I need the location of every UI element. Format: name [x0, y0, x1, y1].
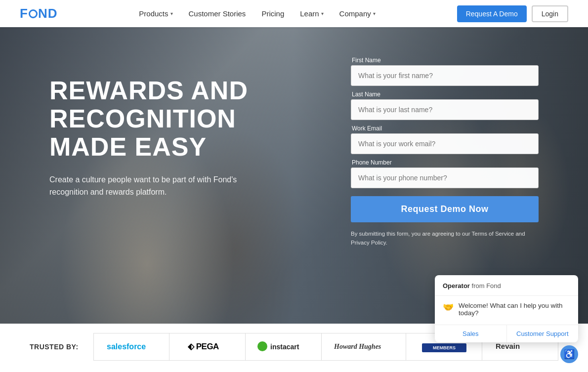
chat-message: Welcome! What can I help you with today? — [459, 302, 570, 317]
svg-text:salesforce: salesforce — [107, 342, 146, 351]
nav-learn[interactable]: Learn ▾ — [294, 5, 329, 22]
svg-text:Revain: Revain — [496, 342, 520, 350]
first-name-field: First Name — [351, 57, 539, 86]
nav-actions: Request A Demo Login — [457, 5, 568, 22]
hero-text: REWARDS AND RECOGNITION MADE EASY Create… — [49, 57, 321, 199]
svg-point-2 — [257, 341, 267, 351]
svg-text:instacart: instacart — [270, 343, 299, 351]
logo-howard-hughes: Howard Hughes — [322, 333, 406, 361]
chat-sales-tab[interactable]: Sales — [435, 325, 506, 342]
submit-demo-button[interactable]: Request Demo Now — [351, 196, 539, 222]
chat-body: 🤝 Welcome! What can I help you with toda… — [435, 296, 578, 325]
svg-text:⬖ PEGA: ⬖ PEGA — [187, 342, 219, 351]
accessibility-button[interactable]: ♿ — [560, 345, 578, 363]
brand-logo[interactable]: FND — [20, 6, 57, 21]
trusted-label: TRUSTED BY: — [30, 343, 79, 351]
work-email-label: Work Email — [351, 125, 539, 132]
chat-emoji-icon: 🤝 — [443, 302, 454, 313]
navbar: FND Products ▾ Customer Stories Pricing … — [0, 0, 588, 27]
logo-f: F — [20, 6, 28, 21]
work-email-input[interactable] — [351, 133, 539, 154]
last-name-field: Last Name — [351, 91, 539, 120]
nav-company[interactable]: Company ▾ — [334, 5, 381, 22]
work-email-field: Work Email — [351, 125, 539, 154]
request-demo-button[interactable]: Request A Demo — [457, 5, 527, 22]
chat-support-tab[interactable]: Customer Support — [506, 325, 579, 342]
login-button[interactable]: Login — [532, 5, 568, 22]
learn-chevron-icon: ▾ — [321, 11, 324, 16]
phone-label: Phone Number — [351, 159, 539, 166]
accessibility-icon: ♿ — [564, 349, 575, 360]
company-chevron-icon: ▾ — [373, 11, 376, 16]
chat-widget: Operator from Fond 🤝 Welcome! What can I… — [435, 275, 578, 342]
hero-subtitle: Create a culture people want to be part … — [49, 173, 237, 199]
chat-header: Operator from Fond — [435, 275, 578, 296]
svg-text:Howard Hughes: Howard Hughes — [334, 343, 381, 350]
chat-footer: Sales Customer Support — [435, 325, 578, 342]
logo-salesforce: salesforce — [93, 333, 170, 361]
products-chevron-icon: ▾ — [170, 11, 173, 16]
last-name-input[interactable] — [351, 99, 539, 120]
nav-customer-stories[interactable]: Customer Stories — [183, 5, 252, 22]
logo-nd: ND — [38, 6, 58, 21]
nav-products[interactable]: Products ▾ — [133, 5, 178, 22]
hero-form-wrapper: First Name Last Name Work Email Phone Nu… — [351, 57, 539, 248]
logo-pega: ⬖ PEGA — [169, 333, 246, 361]
phone-input[interactable] — [351, 167, 539, 188]
phone-field: Phone Number — [351, 159, 539, 188]
first-name-label: First Name — [351, 57, 539, 64]
nav-pricing[interactable]: Pricing — [255, 5, 290, 22]
logo-instacart: instacart — [246, 333, 322, 361]
nav-links: Products ▾ Customer Stories Pricing Lear… — [133, 5, 381, 22]
demo-request-form: First Name Last Name Work Email Phone Nu… — [351, 57, 539, 248]
last-name-label: Last Name — [351, 91, 539, 98]
svg-text:MEMBERS: MEMBERS — [433, 345, 456, 350]
logo-circle — [29, 9, 38, 18]
first-name-input[interactable] — [351, 65, 539, 86]
form-disclaimer: By submitting this form, you are agreein… — [351, 229, 539, 248]
hero-title: REWARDS AND RECOGNITION MADE EASY — [49, 77, 321, 162]
